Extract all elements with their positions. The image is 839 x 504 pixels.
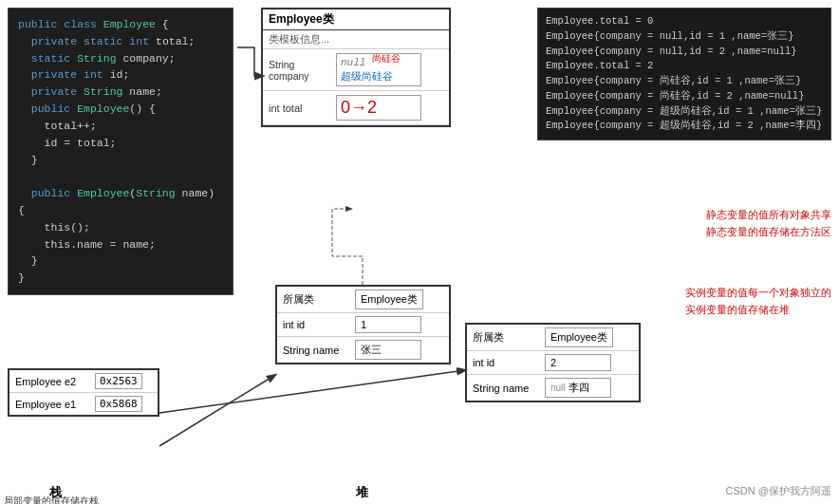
instance-note: 实例变量的值每一个对象独立的 实例变量的值存储在堆: [685, 285, 831, 318]
obj2-id-row: int id 2: [467, 351, 639, 375]
field-row-total: int total 0→2: [263, 91, 449, 125]
obj2-name-value: null 李四: [545, 378, 611, 398]
obj1-class-row: 所属类 Employee类: [277, 287, 449, 313]
svg-line-1: [159, 370, 465, 413]
static-note-line1: 静态变量的值所有对象共享: [706, 207, 831, 224]
field-value-company: null 尚硅谷 超级尚硅谷: [336, 53, 421, 86]
obj1-name-row: String name 张三: [277, 337, 449, 363]
output-line-1: Employee.total = 0: [546, 14, 823, 29]
static-note: 静态变量的值所有对象共享 静态变量的值存储在方法区: [706, 207, 831, 240]
field-label-total: int total: [269, 103, 330, 114]
output-line-6: Employee{company = 尚硅谷,id = 2 ,name=null…: [546, 89, 823, 104]
obj2-name-label: String name: [473, 383, 541, 394]
field-value-total: 0→2: [336, 95, 421, 121]
stack-addr-e2: 0x2563: [95, 373, 142, 389]
obj2-name-row: String name null 李四: [467, 375, 639, 401]
output-line-2: Employee{company = null,id = 1 ,name=张三}: [546, 29, 823, 45]
class-diagram: Employee类 类模板信息... Stringcompany null 尚硅…: [261, 8, 451, 127]
stack-var-e2: Employee e2: [15, 376, 91, 387]
class-title: Employee类: [263, 9, 449, 30]
static-note-line2: 静态变量的值存储在方法区: [706, 224, 831, 241]
svg-line-0: [159, 375, 275, 446]
instance-note-line1: 实例变量的值每一个对象独立的: [685, 285, 831, 302]
obj1-id-row: int id 1: [277, 313, 449, 337]
output-line-7: Employee{company = 超级尚硅谷,id = 1 ,name=张三…: [546, 104, 823, 120]
field-row-company: Stringcompany null 尚硅谷 超级尚硅谷: [263, 49, 449, 91]
obj1-class-label: 所属类: [283, 292, 351, 307]
stack-row-e1: Employee e1 0x5868: [9, 393, 158, 415]
stack-var-e1: Employee e1: [15, 399, 91, 410]
stack-addr-e1: 0x5868: [95, 396, 142, 412]
watermark: CSDN @保护我方阿遥: [726, 484, 831, 498]
super-company: 超级尚硅谷: [341, 70, 393, 82]
stack-sublabel: 局部变量的值存储在栈: [4, 495, 99, 504]
obj1-id-value: 1: [355, 316, 421, 333]
heap-object-1: 所属类 Employee类 int id 1 String name 张三: [275, 285, 451, 364]
output-line-5: Employee{company = 尚硅谷,id = 1 ,name=张三}: [546, 74, 823, 89]
instance-note-line2: 实例变量的值存储在堆: [685, 302, 831, 319]
obj1-class-value: Employee类: [355, 289, 423, 309]
heap-object-2: 所属类 Employee类 int id 2 String name null …: [465, 323, 641, 402]
class-subtitle: 类模板信息...: [263, 30, 449, 49]
output-line-8: Employee{company = 超级尚硅谷,id = 2 ,name=李四…: [546, 119, 823, 134]
output-line-4: Employee.total = 2: [546, 59, 823, 74]
obj1-name-value: 张三: [355, 340, 421, 360]
stack-panel: Employee e2 0x2563 Employee e1 0x5868: [8, 368, 159, 417]
obj2-id-value: 2: [545, 354, 611, 371]
heap-label: 堆: [356, 484, 368, 501]
obj2-class-row: 所属类 Employee类: [467, 325, 639, 351]
output-line-3: Employee{company = null,id = 2 ,name=nul…: [546, 45, 823, 60]
handwritten-total: 0→2: [341, 98, 377, 117]
scribble-company: 尚硅谷: [372, 53, 401, 64]
obj2-class-label: 所属类: [473, 330, 541, 345]
field-label-company: Stringcompany: [269, 59, 330, 82]
obj1-name-label: String name: [283, 345, 351, 356]
stack-row-e2: Employee e2 0x2563: [9, 370, 158, 393]
code-panel: public class Employee { private static i…: [8, 8, 233, 295]
obj1-id-label: int id: [283, 319, 351, 330]
null-text: null: [341, 57, 365, 68]
obj2-class-value: Employee类: [545, 327, 613, 347]
obj2-id-label: int id: [473, 357, 541, 368]
output-panel: Employee.total = 0 Employee{company = nu…: [537, 8, 831, 140]
